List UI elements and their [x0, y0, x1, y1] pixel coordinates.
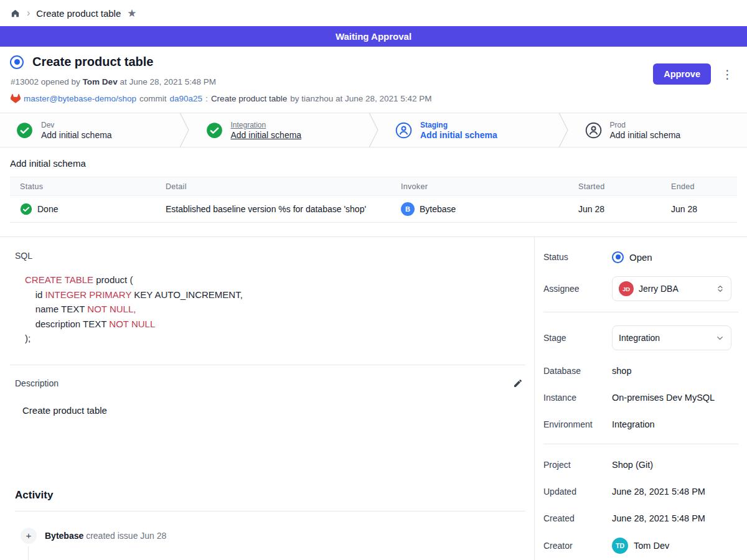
assignee-value: Jerry DBA: [639, 284, 679, 294]
updated-value: June 28, 2021 5:48 PM: [612, 487, 705, 497]
sql-text: name TEXT: [25, 304, 87, 314]
sql-text: description TEXT: [25, 319, 109, 329]
stage-task-label: Add initial schema: [231, 130, 302, 140]
sql-keyword: NOT NULL: [109, 319, 155, 329]
approve-button[interactable]: Approve: [653, 63, 711, 85]
task-table: Status Detail Invoker Started Ended Done…: [10, 177, 737, 223]
sql-line: description TEXT NOT NULL: [25, 317, 525, 332]
home-icon[interactable]: [10, 8, 21, 19]
environment-value: Integration: [612, 419, 655, 429]
sidebar: Status Open Assignee JD Jerry DBA: [534, 237, 747, 560]
stage-separator-icon: [179, 113, 190, 147]
col-detail: Detail: [156, 182, 391, 191]
edit-pencil-icon[interactable]: [512, 377, 524, 390]
star-icon[interactable]: ★: [127, 7, 136, 20]
plus-icon: +: [21, 528, 37, 544]
assignee-label: Assignee: [543, 284, 612, 294]
sql-line: );: [25, 331, 525, 346]
gitlab-icon: [11, 93, 21, 103]
created-value: June 28, 2021 5:48 PM: [612, 513, 705, 523]
sql-keyword: CREATE TABLE: [25, 274, 93, 285]
pipeline-stage-integration[interactable]: IntegrationAdd initial schema: [190, 113, 369, 147]
instance-label: Instance: [543, 393, 612, 403]
row-ended: Jun 28: [661, 204, 737, 214]
status-label: Status: [543, 252, 612, 262]
issue-author: Tom Dev: [83, 77, 118, 86]
sql-keyword: INTEGER PRIMARY: [45, 289, 132, 300]
updown-chevron-icon: [716, 284, 725, 293]
issue-title: Create product table: [32, 55, 153, 69]
project-label: Project: [543, 460, 612, 470]
divider: [543, 444, 738, 444]
banner-text: Waiting Approval: [336, 31, 411, 42]
creator-value: Tom Dev: [634, 541, 669, 551]
description-label: Description: [15, 378, 59, 388]
sql-text: );: [25, 333, 31, 343]
sql-code-block: CREATE TABLE product ( id INTEGER PRIMAR…: [25, 273, 525, 346]
creator-label: Creator: [543, 541, 612, 551]
col-ended: Ended: [661, 182, 737, 191]
pipeline-stage-staging[interactable]: StagingAdd initial schema: [379, 113, 558, 147]
col-status: Status: [10, 182, 156, 191]
commit-hash-link[interactable]: da90a25: [170, 94, 203, 103]
sql-keyword: NOT NULL,: [87, 304, 136, 314]
sql-text: id: [25, 289, 45, 300]
open-status-icon: [612, 251, 624, 263]
done-check-icon: [20, 203, 32, 215]
assignee-select[interactable]: JD Jerry DBA: [612, 276, 731, 301]
commit-colon: :: [205, 94, 208, 103]
bytebase-avatar: B: [401, 202, 415, 216]
sql-label: SQL: [15, 251, 525, 261]
stage-separator-icon: [558, 113, 569, 147]
updated-label: Updated: [543, 487, 612, 497]
breadcrumb: › Create product table ★: [0, 0, 747, 26]
timeline-connector: [28, 546, 29, 560]
col-invoker: Invoker: [391, 182, 568, 191]
pipeline-stage-prod[interactable]: ProdAdd initial schema: [569, 113, 747, 147]
stage-value: Integration: [619, 333, 660, 343]
activity-author: Bytebase: [45, 531, 83, 541]
sql-text: product (: [93, 274, 133, 285]
main-column: SQL CREATE TABLE product ( id INTEGER PR…: [0, 237, 534, 560]
stage-env-label: Dev: [41, 121, 112, 129]
status-value: Open: [629, 252, 652, 263]
kebab-menu-icon[interactable]: ⋮: [719, 67, 736, 82]
check-circle-icon: [16, 122, 33, 139]
row-invoker: Bytebase: [420, 204, 456, 214]
commit-suffix: by tianzhou at June 28, 2021 5:42 PM: [290, 94, 431, 103]
project-value[interactable]: Shop (Git): [612, 460, 653, 470]
stage-select[interactable]: Integration: [612, 325, 731, 350]
table-row[interactable]: Done Established baseline version %s for…: [10, 196, 737, 223]
branch-repo-link[interactable]: master@bytebase-demo/shop: [24, 94, 136, 103]
pipeline-stage-dev[interactable]: DevAdd initial schema: [0, 113, 179, 147]
issue-header: Create product table #13002 opened by To…: [0, 47, 747, 113]
stage-label: Stage: [543, 333, 612, 343]
pipeline: DevAdd initial schemaIntegrationAdd init…: [0, 113, 747, 147]
row-started: Jun 28: [568, 204, 661, 214]
stage-task-label: Add initial schema: [610, 130, 681, 140]
stage-separator-icon: [368, 113, 379, 147]
created-label: Created: [543, 513, 612, 523]
commit-message: Create product table: [211, 94, 287, 103]
task-section: Add initial schema Status Detail Invoker…: [0, 147, 747, 237]
database-label: Database: [543, 366, 612, 376]
activity-title: Activity: [15, 489, 525, 502]
description-text: Create product table: [22, 405, 525, 416]
divider: [15, 511, 525, 511]
chevron-down-icon: [715, 334, 725, 343]
row-detail: Established baseline version %s for data…: [156, 204, 391, 214]
stage-env-label: Integration: [231, 121, 302, 129]
sql-line: name TEXT NOT NULL,: [25, 302, 525, 317]
row-status: Done: [37, 204, 58, 214]
breadcrumb-title[interactable]: Create product table: [36, 8, 121, 19]
commit-line: master@bytebase-demo/shop commit da90a25…: [10, 93, 732, 103]
check-circle-icon: [206, 122, 223, 139]
task-section-title: Add initial schema: [10, 158, 737, 169]
stage-env-label: Prod: [610, 121, 681, 129]
issue-open-status-icon: [10, 55, 24, 69]
creator-avatar: TD: [612, 538, 628, 554]
divider: [543, 312, 738, 312]
issue-time: at June 28, 2021 5:48 PM: [120, 77, 216, 86]
assignee-avatar: JD: [619, 281, 634, 296]
sql-line: CREATE TABLE product (: [25, 273, 525, 287]
